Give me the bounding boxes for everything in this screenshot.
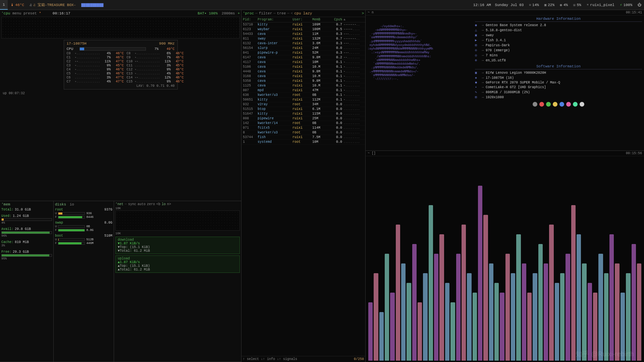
core-pct: 11%: [161, 60, 171, 63]
proc-row[interactable]: 6147 cava ruixi 9.8M 0.2 ▪▪.......: [241, 55, 365, 60]
core-row: C4 ▪............. 9% 46°C: [67, 68, 124, 71]
battery-value: 100%: [624, 3, 632, 7]
proc-pid: 50651: [243, 98, 256, 102]
proc-row[interactable]: 4117 cava ruixi 10M 0.1 ▪........: [241, 60, 365, 65]
proc-mem: 7.5M: [312, 135, 327, 139]
proc-mem: 11M: [312, 32, 327, 36]
hw-item: ▶ → fish 3.4.1: [475, 38, 642, 42]
footer-select: ↑ select ↓: [243, 357, 263, 361]
proc-row[interactable]: 6132 cava-inter ruixi 3.6M 0.3 ▪▪▪......: [241, 41, 365, 46]
used-bar: [1, 218, 52, 221]
core-dots: ▪▪............: [75, 60, 100, 63]
proc-bar: .........: [343, 112, 362, 116]
boot-u-bar-fill: [58, 239, 59, 241]
cava-bar: [604, 273, 608, 361]
proc-row[interactable]: 807 mpd ruixi 47M 0.1 ▪........: [241, 88, 365, 93]
swap-f-val: 8.0G: [86, 229, 94, 232]
proc-row[interactable]: 4448 cava ruixi 9.8M 0.1 ▪........: [241, 69, 365, 74]
workspace-1[interactable]: 1: [0, 0, 8, 10]
plus-label[interactable]: +: [237, 11, 240, 15]
cava-bar: [423, 273, 427, 361]
power-icons[interactable]: ⏻: [635, 0, 644, 10]
proc-row[interactable]: 56154 slurp ruixi 24M 0.0 .........: [241, 46, 365, 51]
proc-user: root: [292, 131, 311, 134]
proc-row[interactable]: 5106 cava ruixi 10.M 0.1 ▪........: [241, 65, 365, 69]
proc-row[interactable]: 53744 fish ruixi 7.5M 0.0 .........: [241, 135, 365, 140]
proc-row[interactable]: 841 pipewire-p ruixi 52M 0.3 ▪▪▪......: [241, 51, 365, 55]
cava-bar: [549, 225, 553, 361]
proc-row[interactable]: 1125 cava ruixi 10.M 0.1 ▪........: [241, 83, 365, 88]
cava-bar: [385, 254, 389, 361]
sw-item-val: CometLake-H GT2 [UHD Graphics]: [486, 85, 546, 89]
terminal-bottom: ~ [] 00:15:56 知乎 @Ruixi-rebirth: [366, 151, 644, 362]
mem-total: Total:31.0 GiB: [1, 208, 52, 212]
bar-icon: ▇▇▇▇▇▇▇▇▇▇: [81, 3, 103, 7]
proc-cpu: 0.1: [329, 93, 342, 97]
core-row: C8 ▪............. 6% 46°C: [126, 52, 184, 55]
core-temp: 46°C: [112, 72, 124, 75]
proc-tree[interactable]: tree: [277, 11, 286, 15]
proc-row[interactable]: 53710 kitty ruixi 109M 0.7 ▪▪▪▪▪▪▪..: [241, 22, 365, 27]
proc-user: ruixi: [292, 46, 311, 50]
sw-item-arrow: →: [482, 76, 484, 80]
free-bar: [1, 254, 52, 257]
net-zero[interactable]: zero: [147, 202, 155, 206]
proc-row[interactable]: 932 v2ray root 34M 0.0 .........: [241, 102, 365, 107]
proc-row[interactable]: 5358 cava ruixi 9.8M 0.1 ▪........: [241, 79, 365, 83]
proc-prog: kitty: [258, 23, 291, 26]
sw-rows: ▣ → 81YW Lenovo Legion Y9000K2020H ◈ → i…: [475, 71, 642, 99]
proc-row[interactable]: 6123 waybar ruixi 100M 0.5 ▪▪▪▪▪....: [241, 27, 365, 32]
proc-row[interactable]: 51515 btop ruixi 6.1M 0.0 .........: [241, 107, 365, 112]
cava-bar: [582, 263, 586, 361]
proc-row[interactable]: 8 kworker/u3 root 0B 0.0 .........: [241, 130, 365, 135]
proc-bar: ▪........: [343, 61, 362, 64]
proc-prog: cava: [258, 74, 291, 78]
hw-item-arrow: →: [482, 39, 484, 42]
proc-cpu: 0.1: [329, 98, 342, 102]
core-dots: ▪.............: [75, 72, 100, 75]
proc-row[interactable]: 808 pipewire ruixi 25M 0.0 .........: [241, 116, 365, 121]
cava-bar: [462, 225, 466, 361]
proc-row[interactable]: 811 sway ruixi 132M 0.7 ▪▪▪▪▪▪▪..: [241, 37, 365, 41]
proc-pid: 54433: [243, 32, 256, 36]
proc-cpu: 0.7: [329, 23, 342, 26]
cava-bar: [598, 254, 603, 361]
net-n[interactable]: n>: [167, 202, 171, 206]
proc-row[interactable]: 636 kworker/u3 root 0B 0.1 ▪........: [241, 93, 365, 98]
hw-item: ▣ → sway: [475, 33, 642, 37]
proc-row[interactable]: 54433 cava ruixi 11M 0.3 ▪▪▪......: [241, 32, 365, 37]
hw-item-arrow: →: [482, 44, 484, 47]
hw-item-arrow: →: [482, 23, 484, 27]
cpu-pct-text: 7%: [149, 47, 159, 51]
proc-row[interactable]: 50651 kitty ruixi 112M 0.1 ▪........: [241, 98, 365, 102]
music-player[interactable]: ♫ ♫ 宝箱-TREASURE BOX-: [27, 0, 78, 10]
core-dots: ▪▪............: [135, 76, 160, 79]
proc-bar: ▪▪▪......: [343, 33, 362, 36]
proc-cpu: 0.1: [329, 88, 342, 92]
core-pct: 11%: [101, 60, 111, 63]
core-label: C13: [126, 72, 133, 75]
proc-sort[interactable]: cpu lazy: [294, 11, 312, 15]
proc-filter[interactable]: filter: [259, 11, 272, 15]
cava-bar: [522, 263, 526, 361]
net-auto[interactable]: auto: [138, 202, 146, 206]
proc-row[interactable]: 1 systemd root 10M 0.0 .........: [241, 140, 365, 144]
net-sync[interactable]: sync: [128, 202, 136, 206]
cava-bar: [390, 293, 394, 361]
root-u-bar-fill: [58, 213, 62, 215]
proc-row[interactable]: 971 fcitx5 ruixi 114M 0.0 .........: [241, 126, 365, 130]
proc-row[interactable]: 142 kworker/14 root 0B 0.0 .........: [241, 121, 365, 126]
proc-row[interactable]: 3168 cava ruixi 10.M 0.1 ▪........: [241, 74, 365, 79]
proc-mem: 0B: [312, 121, 327, 125]
proc-mem: 34M: [312, 103, 327, 106]
cava-bar: [483, 215, 488, 361]
sw-item: ■ → GeForce RTX 2070 SUPER Mobile / Max-…: [475, 81, 642, 84]
net-b[interactable]: <b: [156, 202, 160, 206]
taskbar: 1 🌡 46°C ♫ ♫ 宝箱-TREASURE BOX- ▇▇▇▇▇▇▇▇▇▇…: [0, 0, 644, 10]
proc-row[interactable]: 51647 kitty ruixi 115M 0.0 .........: [241, 112, 365, 116]
core-dots: ▪.............: [75, 56, 100, 59]
net-lo: lo: [162, 202, 166, 206]
proc-user: root: [292, 93, 311, 97]
hw-item-icon: ◎: [475, 53, 480, 57]
download-total: ▼Total: 61.2 MiB: [118, 249, 237, 253]
